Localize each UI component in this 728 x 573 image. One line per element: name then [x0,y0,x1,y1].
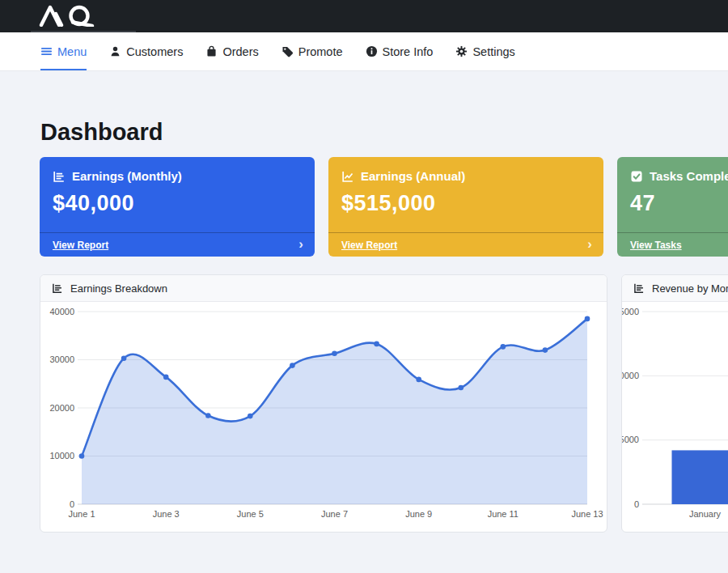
svg-text:June 3: June 3 [153,509,180,519]
nav-item-promote[interactable]: Promote [281,32,343,70]
hamburger-icon [40,45,53,57]
card-header: Tasks Completed [617,157,728,183]
card-action-link[interactable]: View Report› [328,232,603,257]
panel-body: 050001000015000January [622,302,728,532]
svg-text:10000: 10000 [49,451,74,461]
stat-card-tasks-completed: Tasks Completed47View Tasks› [617,157,728,257]
panel-body: 010000200003000040000June 1June 3June 5J… [40,302,607,532]
svg-text:June 9: June 9 [405,509,432,519]
stat-card-earnings-annual: Earnings (Annual)$515,000View Report› [328,157,603,257]
nav-label: Customers [126,45,183,58]
nav-item-orders[interactable]: Orders [205,32,258,70]
info-icon [366,45,378,57]
nav-label: Store Info [383,45,434,58]
main-content: Dashboard Earnings (Monthly)$40,000View … [0,71,728,533]
svg-text:June 5: June 5 [237,509,264,519]
svg-text:40000: 40000 [49,307,74,316]
card-action-link[interactable]: View Tasks› [617,232,728,257]
card-action-label: View Tasks [630,240,682,251]
svg-text:5000: 5000 [622,435,639,444]
card-header: Earnings (Annual) [328,157,603,183]
panel-header: Earnings Breakdown [40,275,607,302]
nav-label: Orders [222,45,258,58]
stat-cards-row: Earnings (Monthly)$40,000View Report›Ear… [40,157,728,257]
card-header: Earnings (Monthly) [40,157,315,183]
nav-item-store-info[interactable]: Store Info [366,32,434,70]
nav-item-menu[interactable]: Menu [40,32,87,70]
line-chart-icon [341,170,354,183]
svg-text:June 1: June 1 [68,509,95,519]
nav-label: Menu [57,45,87,58]
revenue-by-month-chart: 050001000015000January [622,302,728,532]
svg-text:0: 0 [70,499,74,509]
earnings-breakdown-chart: 010000200003000040000June 1June 3June 5J… [40,302,605,532]
bag-icon [205,45,218,57]
card-action-link[interactable]: View Report› [40,232,315,257]
card-value: $515,000 [328,183,603,216]
card-value: 47 [617,183,728,216]
chevron-right-icon: › [298,237,303,251]
svg-text:20000: 20000 [49,403,74,413]
nav-label: Settings [472,45,514,58]
svg-text:0: 0 [634,499,639,509]
card-title: Tasks Completed [650,169,728,183]
svg-text:June 7: June 7 [321,509,348,519]
svg-text:30000: 30000 [49,354,74,364]
stat-card-earnings-monthly: Earnings (Monthly)$40,000View Report› [40,157,315,257]
svg-text:January: January [689,509,722,519]
card-action-label: View Report [341,240,397,251]
panel-title: Revenue by Month [652,282,728,295]
nav-label: Promote [298,45,343,58]
chart-panel-revenue-by-month: Revenue by Month050001000015000January [621,274,728,533]
nav-item-settings[interactable]: Settings [455,32,514,70]
panel-header: Revenue by Month [622,275,728,302]
svg-text:June 13: June 13 [571,509,603,519]
svg-text:15000: 15000 [622,307,639,316]
logo-icon [39,5,102,27]
person-icon [109,45,121,57]
card-title: Earnings (Monthly) [72,169,182,183]
page-title: Dashboard [40,119,728,146]
card-title: Earnings (Annual) [361,169,465,183]
gear-icon [455,45,468,57]
bar-chart-icon [52,282,63,294]
bar-chart-icon [633,282,645,294]
nav-item-customers[interactable]: Customers [109,32,183,70]
bar-chart-icon [53,170,66,183]
navbar: MenuCustomersOrdersPromoteStore InfoSett… [0,32,728,71]
panel-title: Earnings Breakdown [70,282,167,295]
svg-text:10000: 10000 [622,371,639,380]
tag-icon [281,45,294,57]
chart-panel-earnings-breakdown: Earnings Breakdown010000200003000040000J… [40,274,607,533]
topbar [0,0,728,32]
check-square-icon [630,170,643,183]
chevron-right-icon: › [587,237,592,251]
card-action-label: View Report [53,240,108,251]
brand-logo[interactable] [31,2,136,32]
svg-text:June 11: June 11 [488,509,518,519]
card-value: $40,000 [40,183,315,216]
charts-row: Earnings Breakdown010000200003000040000J… [40,274,728,533]
